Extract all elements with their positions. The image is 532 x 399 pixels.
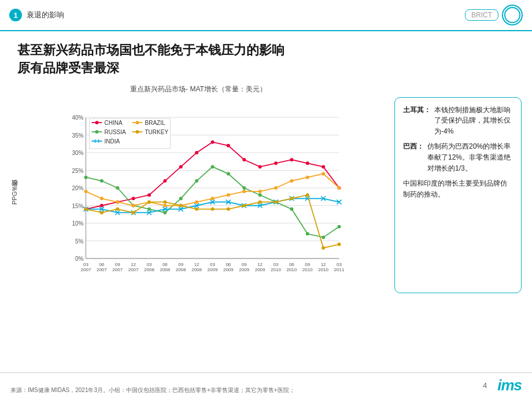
svg-text:40%: 40% xyxy=(72,114,83,121)
svg-text:25%: 25% xyxy=(72,167,83,173)
svg-point-72 xyxy=(100,179,104,182)
svg-point-154 xyxy=(322,246,325,249)
svg-text:12: 12 xyxy=(131,262,136,267)
line-chart: 0%5%10%15%20%25%30%35%40%032007062007092… xyxy=(20,97,386,293)
svg-point-124 xyxy=(116,200,119,204)
title-line2: 原有品牌受害最深 xyxy=(17,60,515,77)
y-axis-label: PPG增长（%） xyxy=(10,97,19,293)
svg-text:06: 06 xyxy=(99,262,104,267)
svg-text:09: 09 xyxy=(305,262,310,267)
chart-inner: 0%5%10%15%20%25%30%35%40%032007062007092… xyxy=(20,97,386,293)
svg-text:CHINA: CHINA xyxy=(105,120,123,126)
svg-point-86 xyxy=(322,235,325,239)
svg-text:03: 03 xyxy=(147,262,152,267)
svg-text:2010: 2010 xyxy=(271,267,281,272)
svg-text:09: 09 xyxy=(242,262,247,267)
svg-text:2009: 2009 xyxy=(239,267,249,272)
svg-point-87 xyxy=(338,225,341,228)
svg-text:2009: 2009 xyxy=(208,267,218,272)
svg-point-147 xyxy=(211,207,215,210)
svg-point-75 xyxy=(147,207,151,210)
info-label: 土耳其： xyxy=(403,105,431,137)
svg-point-127 xyxy=(163,204,167,207)
chart-wrap: PPG增长（%） 0%5%10%15%20%25%30%35%40%032007… xyxy=(10,97,386,293)
svg-point-82 xyxy=(258,193,262,197)
svg-point-137 xyxy=(322,172,325,175)
svg-text:INDIA: INDIA xyxy=(105,138,120,145)
svg-text:12: 12 xyxy=(321,262,326,267)
svg-point-130 xyxy=(211,197,215,200)
svg-point-80 xyxy=(227,172,230,175)
brict-badge: BRICT xyxy=(465,9,498,21)
brict-circle-icon xyxy=(502,5,523,25)
svg-text:2010: 2010 xyxy=(286,267,297,272)
info-text: 中国和印度的增长主要受到品牌仿制药的推动。 xyxy=(403,178,513,200)
svg-text:06: 06 xyxy=(162,262,168,267)
svg-point-60 xyxy=(179,165,183,168)
chart-container: 重点新兴药品市场- MAT增长（常量：美元） PPG增长（%） 0%5%10%1… xyxy=(10,84,386,293)
svg-text:TURKEY: TURKEY xyxy=(145,129,169,135)
svg-point-69 xyxy=(322,165,325,168)
svg-text:2008: 2008 xyxy=(191,267,202,272)
svg-text:2011: 2011 xyxy=(334,267,345,272)
section-number: 1 xyxy=(9,9,22,21)
svg-point-136 xyxy=(306,175,309,179)
svg-point-129 xyxy=(195,200,198,204)
svg-text:06: 06 xyxy=(289,262,294,267)
svg-point-66 xyxy=(274,161,278,165)
svg-text:20%: 20% xyxy=(72,185,83,191)
svg-point-158 xyxy=(95,121,99,124)
chart-title: 重点新兴药品市场- MAT增长（常量：美元） xyxy=(10,84,386,94)
ims-logo: ims xyxy=(497,376,522,394)
svg-text:2009: 2009 xyxy=(255,267,265,272)
svg-point-153 xyxy=(306,193,309,197)
svg-point-55 xyxy=(100,204,104,207)
svg-point-143 xyxy=(147,200,151,204)
svg-text:RUSSIA: RUSSIA xyxy=(105,129,127,135)
svg-text:03: 03 xyxy=(210,262,215,267)
svg-text:5%: 5% xyxy=(75,238,84,244)
svg-point-125 xyxy=(132,204,135,207)
svg-point-77 xyxy=(179,197,183,200)
svg-point-67 xyxy=(290,158,293,161)
svg-point-76 xyxy=(163,210,167,214)
title-line1: 甚至新兴药品市场国也不能免于本钱压力的影响 xyxy=(17,42,515,60)
svg-text:2007: 2007 xyxy=(128,267,139,272)
svg-text:0%: 0% xyxy=(75,256,84,262)
svg-point-142 xyxy=(132,210,135,214)
svg-text:30%: 30% xyxy=(72,150,83,156)
main-title: 甚至新兴药品市场国也不能免于本钱压力的影响 原有品牌受害最深 xyxy=(0,31,532,81)
svg-point-64 xyxy=(242,158,246,161)
section-title: 衰退的影响 xyxy=(27,10,465,20)
svg-text:BRAZIL: BRAZIL xyxy=(145,120,165,126)
svg-point-57 xyxy=(132,197,135,200)
svg-text:03: 03 xyxy=(337,262,342,267)
svg-point-161 xyxy=(95,130,99,134)
svg-text:2008: 2008 xyxy=(160,267,170,272)
svg-point-140 xyxy=(100,210,104,214)
svg-point-63 xyxy=(227,143,230,147)
svg-text:2008: 2008 xyxy=(176,267,186,272)
svg-text:09: 09 xyxy=(115,262,120,267)
svg-point-58 xyxy=(147,193,151,197)
page-footer: 来源：IMS健康 MIDAS，2021年3月。小组：中国仅包括医院；巴西包括零售… xyxy=(0,372,532,399)
info-label: 巴西： xyxy=(403,141,424,173)
svg-point-123 xyxy=(100,197,104,200)
svg-point-141 xyxy=(116,207,119,210)
svg-point-171 xyxy=(136,130,139,134)
svg-text:12: 12 xyxy=(257,262,263,267)
svg-point-134 xyxy=(274,186,278,190)
svg-point-152 xyxy=(290,197,293,200)
svg-point-149 xyxy=(242,204,246,207)
svg-point-84 xyxy=(290,207,293,210)
svg-point-62 xyxy=(211,140,215,143)
info-item: 中国和印度的增长主要受到品牌仿制药的推动。 xyxy=(403,178,513,200)
svg-point-65 xyxy=(258,165,262,168)
svg-point-79 xyxy=(211,165,215,168)
svg-point-145 xyxy=(179,204,183,207)
svg-point-78 xyxy=(195,179,198,182)
info-item: 土耳其：本钱控制措施极大地影响了受保护品牌，其增长仅为-4% xyxy=(403,105,513,137)
svg-point-122 xyxy=(84,190,88,193)
svg-point-135 xyxy=(290,179,293,182)
svg-point-151 xyxy=(274,200,278,204)
